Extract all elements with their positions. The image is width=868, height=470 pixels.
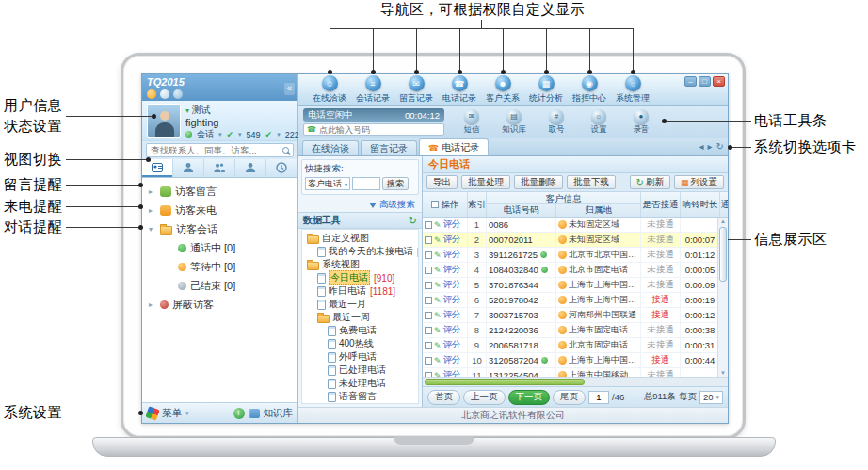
table-row[interactable]: ✎评分 11 1312254504 上海市中国移动 未接通 (423, 368, 728, 377)
rate-link[interactable]: 评分 (443, 219, 461, 231)
view-tree-item[interactable]: 400热线 (302, 337, 418, 350)
mood-icon[interactable] (147, 89, 156, 99)
phone-tool-button[interactable]: ● 录音 (623, 109, 659, 136)
avatar[interactable] (147, 104, 181, 138)
phone-tool-button[interactable]: ▤ 知识库 (496, 109, 532, 136)
tree-arrow-icon[interactable]: ▸ (149, 206, 156, 215)
export-button[interactable]: 导出 (426, 175, 458, 189)
view-tree-item[interactable]: 最近一周 (302, 311, 418, 324)
session-status-label[interactable]: 会话 (197, 128, 214, 140)
rate-link[interactable]: 评分 (443, 294, 461, 306)
view-tree-item[interactable]: 自定义视图 (302, 232, 418, 245)
dial-number-input[interactable] (319, 125, 441, 135)
counter-1[interactable]: 549 (247, 130, 261, 139)
rate-link[interactable]: 评分 (443, 354, 461, 366)
system-tab[interactable]: 留言记录 (361, 140, 417, 155)
next-page-button[interactable]: 下一页 (508, 390, 551, 405)
chevron-down-icon[interactable]: ▾ (277, 131, 281, 138)
user-signature[interactable]: fighting (185, 117, 293, 128)
chevron-down-icon[interactable]: ▾ (218, 131, 222, 138)
search-icon[interactable] (282, 147, 289, 154)
tree-item[interactable]: ▾ 访客会话 (142, 219, 297, 238)
table-row[interactable]: ✎评分 10 3120587204 上海市上海中国联通 接通 0:00:44 0 (423, 353, 728, 368)
view-tree-item[interactable]: 今日电话 [910] (302, 271, 418, 284)
advanced-search-link[interactable]: 高级搜索 (379, 199, 415, 211)
knowledge-base-icon[interactable] (249, 409, 260, 418)
table-row[interactable]: ✎评分 3 3911261725 北京市北京中国移动 未接通 0:01:12 0 (423, 248, 728, 263)
knowledge-base-button[interactable]: 知识库 (264, 407, 294, 420)
scroll-down-icon[interactable]: ▼ (720, 370, 726, 376)
view-tree-item[interactable]: 免费电话 (302, 324, 418, 337)
tree-item[interactable]: 通话中 [0] (142, 238, 297, 257)
view-tree-item[interactable]: 最近一月 (302, 298, 418, 311)
tab-refresh-icon[interactable]: ↻ (716, 141, 724, 152)
collapse-panel-button[interactable]: « (284, 83, 295, 95)
tab-back-icon[interactable]: ◂ (699, 141, 704, 152)
last-page-button[interactable]: 尾页 (553, 390, 586, 405)
row-checkbox[interactable] (425, 357, 432, 365)
batch-process-button[interactable]: 批量处理 (461, 175, 510, 189)
row-checkbox[interactable] (425, 327, 432, 334)
scroll-up-icon[interactable]: ▲ (720, 219, 726, 224)
view-tree-item[interactable]: 我的今天的未接电话 [775] (302, 245, 418, 258)
search-button[interactable]: 搜索 (382, 177, 409, 190)
row-checkbox[interactable] (425, 342, 432, 349)
table-row[interactable]: ✎评分 9 2006581718 北京市固定电话 未接通 0:00:31 0 (423, 338, 728, 353)
rate-link[interactable]: 评分 (443, 234, 461, 246)
view-tree-item[interactable]: 外呼电话 (302, 350, 418, 364)
row-checkbox[interactable] (425, 236, 432, 244)
nav-item[interactable]: ☎ 电话记录 (438, 74, 481, 105)
tab-colleagues-view[interactable] (173, 159, 204, 177)
vertical-scroll-thumb[interactable] (719, 227, 727, 282)
view-tree-item[interactable]: 语音留言 (302, 390, 418, 403)
table-row[interactable]: ✎评分 8 2124220036 上海市固定电话 未接通 0:00:38 0 (423, 323, 728, 338)
maximize-button[interactable]: □ (699, 76, 711, 87)
tree-item[interactable]: ▸ 访客留言 (142, 182, 297, 201)
user-name-row[interactable]: ▾ 测试 (185, 104, 293, 117)
table-row[interactable]: ✎评分 2 000702011 未知固定区域 未接通 0:00:07 0 (423, 233, 728, 248)
nav-item[interactable]: ✉ 留言记录 (394, 74, 438, 105)
table-row[interactable]: ✎评分 1 0086 未知固定区域 未接通 0 (423, 218, 728, 233)
tree-arrow-icon[interactable]: ▸ (149, 300, 156, 309)
tree-refresh-icon[interactable]: ↻ (409, 215, 417, 227)
row-checkbox[interactable] (425, 282, 432, 289)
column-settings-button[interactable]: ▦列设置 (674, 175, 724, 189)
horizontal-scroll-thumb[interactable] (425, 379, 585, 385)
row-checkbox[interactable] (425, 267, 432, 274)
nav-item[interactable]: ☻ 客户关系 (481, 74, 524, 105)
table-row[interactable]: ✎评分 6 5201978042 上海市上海中国联通 接通 0:00:19 0 (423, 293, 728, 308)
rate-link[interactable]: 评分 (443, 369, 461, 377)
nav-item[interactable]: ☼ 系统管理 (611, 74, 654, 105)
app-logo-icon[interactable] (145, 406, 159, 420)
table-row[interactable]: ✎评分 5 3701876344 上海市上海中国联通 未接通 0:00:09 0 (423, 278, 728, 293)
batch-delete-button[interactable]: 批量删除 (514, 175, 563, 189)
page-number-input[interactable] (588, 391, 609, 404)
rate-link[interactable]: 评分 (443, 249, 461, 261)
search-field-select[interactable]: 客户电话▾ (305, 177, 350, 190)
rate-link[interactable]: 评分 (443, 324, 461, 336)
batch-download-button[interactable]: 批量下载 (567, 175, 616, 189)
first-page-button[interactable]: 首页 (427, 390, 460, 405)
add-icon[interactable]: + (233, 408, 245, 419)
view-tree-item[interactable]: 昨日电话 [1181] (302, 284, 418, 298)
online-status-icon[interactable] (185, 131, 192, 138)
tree-arrow-icon[interactable]: ▾ (149, 225, 156, 234)
view-tree-item[interactable]: 已处理电话 (302, 364, 418, 377)
view-tree-item[interactable]: 系统视图 (302, 258, 418, 271)
view-tree-item[interactable]: 未处理电话 (302, 377, 418, 390)
chevron-down-icon[interactable]: ▾ (185, 410, 189, 417)
quick-search-input[interactable] (352, 177, 380, 190)
tree-item[interactable]: ▸ 访客来电 (142, 201, 297, 219)
system-tab[interactable]: ☎ 电话记录 (419, 138, 489, 155)
row-checkbox[interactable] (425, 312, 432, 319)
nav-item[interactable]: ≡ 会话记录 (351, 74, 394, 105)
row-checkbox[interactable] (425, 297, 432, 304)
horizontal-scrollbar[interactable] (423, 377, 728, 386)
status-icon[interactable] (160, 89, 169, 99)
system-tab[interactable]: 在线洽谈 (302, 140, 359, 155)
phone-tool-button[interactable]: ✉ 短信 (454, 109, 490, 136)
nav-item[interactable]: ◉ 指挥中心 (568, 74, 611, 105)
tree-item[interactable]: ▸ 屏蔽访客 (142, 295, 297, 314)
tab-forward-icon[interactable]: ▸ (708, 141, 713, 152)
nav-item[interactable]: ☺ 在线洽谈 (308, 74, 351, 105)
